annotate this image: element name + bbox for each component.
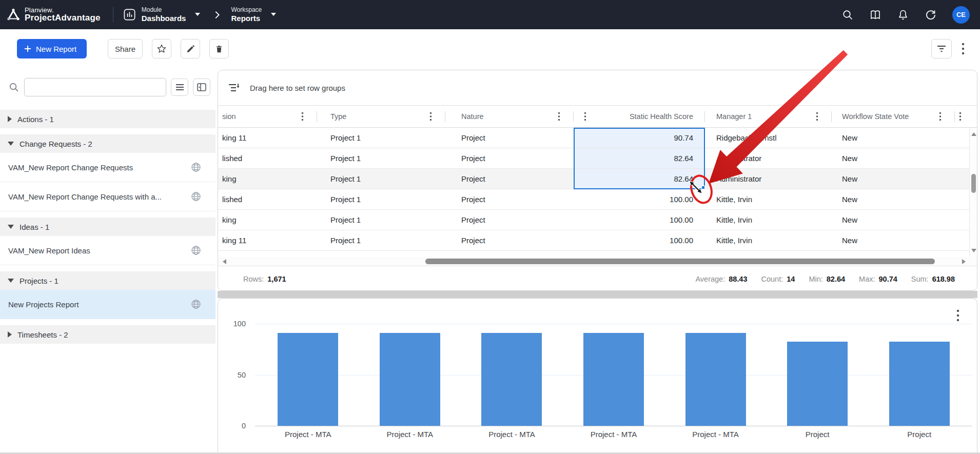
bar-4[interactable] xyxy=(685,333,746,426)
table-row[interactable]: king 11Project 1Project100.00Kittle, Irv… xyxy=(218,230,970,251)
table-cell[interactable]: lished xyxy=(218,189,317,209)
table-cell[interactable]: Project 1 xyxy=(317,230,445,250)
column-header-nature[interactable]: Nature xyxy=(445,106,574,127)
sidebar-group-timesheets-2[interactable]: Timesheets - 2 xyxy=(0,325,215,344)
table-cell[interactable]: 100.00 xyxy=(574,189,705,209)
bar-0[interactable] xyxy=(278,333,338,426)
filter-button[interactable] xyxy=(931,39,952,58)
sidebar-group-change-requests-2[interactable]: Change Requests - 2 xyxy=(0,134,215,153)
table-cell[interactable]: Administrator xyxy=(705,169,832,189)
scroll-right-arrow[interactable] xyxy=(962,259,966,264)
column-menu-icon[interactable] xyxy=(939,112,942,121)
new-report-button[interactable]: New Report xyxy=(17,39,87,58)
delete-button[interactable] xyxy=(209,39,229,58)
column-menu-icon[interactable] xyxy=(584,112,586,121)
table-cell[interactable]: king 11 xyxy=(218,128,317,148)
table-row[interactable]: king 11Project 1Project90.74Ridgeback, E… xyxy=(218,128,970,148)
toolbar-more-options-icon[interactable] xyxy=(962,42,965,57)
table-cell[interactable]: 82.64 xyxy=(574,148,705,168)
table-cell[interactable]: 100.00 xyxy=(574,230,705,250)
column-header-workflow-state-vote[interactable]: Workflow State Vote xyxy=(832,106,955,127)
table-cell[interactable]: New xyxy=(832,210,955,230)
table-cell[interactable]: Administrator xyxy=(705,148,832,168)
bar-5[interactable] xyxy=(787,342,848,426)
refresh-icon[interactable] xyxy=(925,9,937,21)
column-header-sion[interactable]: sion xyxy=(218,106,317,127)
table-cell[interactable]: Kittle, Irvin xyxy=(705,230,832,250)
table-cell[interactable] xyxy=(955,128,970,148)
bar-3[interactable] xyxy=(583,333,644,426)
sidebar-group-projects-1[interactable]: Projects - 1 xyxy=(0,271,215,290)
edit-button[interactable] xyxy=(181,39,200,58)
list-menu-button[interactable] xyxy=(171,78,188,96)
table-cell[interactable]: Project xyxy=(445,169,574,189)
table-cell[interactable]: Project xyxy=(445,189,574,209)
table-cell[interactable]: Ridgeback, Ernstl xyxy=(705,128,832,148)
table-cell[interactable]: Project 1 xyxy=(317,128,445,148)
column-menu-icon[interactable] xyxy=(558,112,560,121)
table-cell[interactable]: Project xyxy=(445,128,574,148)
favorite-button[interactable] xyxy=(152,39,171,58)
scroll-up-arrow[interactable] xyxy=(971,132,976,136)
table-cell[interactable]: Project 1 xyxy=(317,210,445,230)
table-cell[interactable] xyxy=(955,189,970,209)
vertical-scrollbar-thumb[interactable] xyxy=(971,174,976,193)
column-menu-icon[interactable] xyxy=(301,112,304,121)
bar-2[interactable] xyxy=(481,333,542,426)
bar-1[interactable] xyxy=(380,333,440,426)
column-header-manager-1[interactable]: Manager 1 xyxy=(705,106,832,127)
column-menu-icon[interactable] xyxy=(959,112,962,121)
table-cell[interactable]: Kittle, Irvin xyxy=(705,189,832,209)
scroll-down-arrow[interactable] xyxy=(971,249,976,252)
sidebar-search-input[interactable] xyxy=(24,78,166,96)
table-cell[interactable]: Project 1 xyxy=(317,169,445,189)
table-row[interactable]: lishedProject 1Project82.64Administrator… xyxy=(218,148,970,169)
sidebar-group-ideas-1[interactable]: Ideas - 1 xyxy=(0,218,215,236)
table-row[interactable]: lishedProject 1Project100.00Kittle, Irvi… xyxy=(218,189,970,210)
table-cell[interactable]: king xyxy=(218,169,317,189)
table-cell[interactable]: 82.64 xyxy=(574,169,705,189)
search-icon[interactable] xyxy=(841,9,854,21)
table-cell[interactable]: lished xyxy=(218,148,317,168)
fill-handle[interactable] xyxy=(701,186,705,189)
notifications-bell-icon[interactable] xyxy=(897,9,909,21)
horizontal-scrollbar[interactable] xyxy=(218,257,977,266)
vertical-scrollbar[interactable] xyxy=(969,128,977,257)
table-cell[interactable]: New xyxy=(832,230,955,250)
column-menu-icon[interactable] xyxy=(816,112,818,121)
table-cell[interactable] xyxy=(955,148,970,168)
table-cell[interactable]: king 11 xyxy=(218,230,317,250)
table-cell[interactable] xyxy=(955,169,970,189)
table-cell[interactable]: Project xyxy=(445,230,574,250)
table-cell[interactable]: New xyxy=(832,189,955,209)
sidebar-group-actions-1[interactable]: Actions - 1 xyxy=(0,110,215,128)
workspace-reports-menu[interactable]: Workspace Reports xyxy=(231,7,276,23)
sidebar-report-item[interactable]: VAM_New Report Ideas xyxy=(0,236,215,265)
table-cell[interactable]: 90.74 xyxy=(574,128,705,148)
column-header-static-health-score[interactable]: Static Health Score xyxy=(574,106,705,127)
column-header-extra[interactable] xyxy=(955,106,970,127)
bar-6[interactable] xyxy=(889,342,950,426)
horizontal-scrollbar-thumb[interactable] xyxy=(425,259,935,264)
chart-menu-icon[interactable] xyxy=(956,309,959,324)
table-cell[interactable]: New xyxy=(832,128,955,148)
table-cell[interactable]: Kittle, Irvin xyxy=(705,210,832,230)
module-dashboards-menu[interactable]: Module Dashboards xyxy=(123,7,201,23)
sidebar-report-item[interactable]: VAM_New Report Change Requests xyxy=(0,153,215,182)
table-cell[interactable] xyxy=(955,230,970,250)
documentation-book-icon[interactable] xyxy=(869,9,881,21)
scroll-left-arrow[interactable] xyxy=(223,259,226,264)
table-cell[interactable]: New xyxy=(832,169,955,189)
app-brand[interactable]: Planview. ProjectAdvantage xyxy=(0,7,101,23)
share-button[interactable]: Share xyxy=(108,39,143,58)
table-cell[interactable]: Project 1 xyxy=(317,148,445,168)
table-cell[interactable]: 100.00 xyxy=(574,210,705,230)
sidebar-report-item[interactable]: VAM_New Report Change Requests with a... xyxy=(0,182,215,211)
table-cell[interactable] xyxy=(955,210,970,230)
user-avatar[interactable]: CE xyxy=(952,6,970,24)
column-header-type[interactable]: Type xyxy=(317,106,445,127)
table-row[interactable]: kingProject 1Project100.00Kittle, IrvinN… xyxy=(218,210,970,230)
table-cell[interactable]: Project xyxy=(445,148,574,168)
row-group-dropzone[interactable]: Drag here to set row groups xyxy=(218,70,977,106)
table-cell[interactable]: Project 1 xyxy=(317,189,445,209)
